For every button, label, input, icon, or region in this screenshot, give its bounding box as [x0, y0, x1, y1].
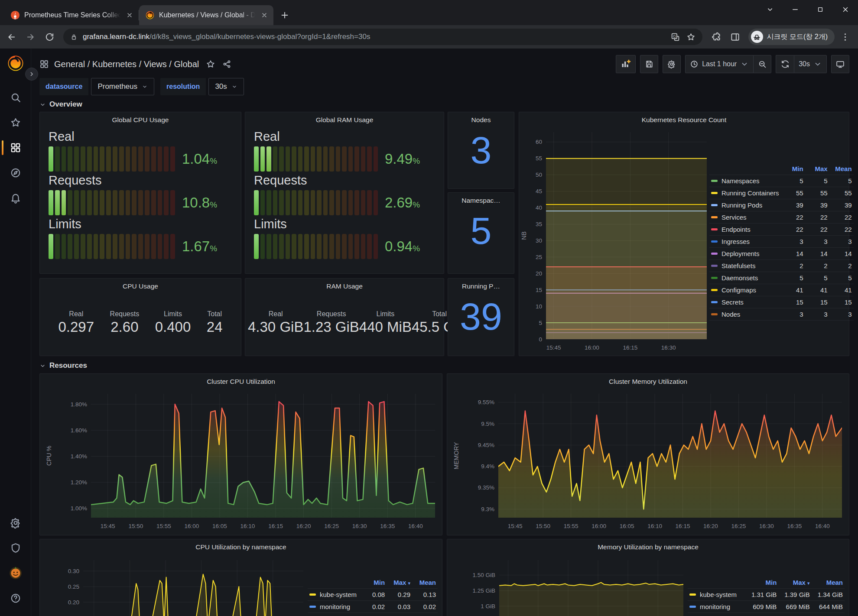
new-tab-button[interactable] [277, 7, 292, 23]
breadcrumb[interactable]: General / Kubernetes / Views / Global [39, 59, 232, 69]
save-dashboard-button[interactable] [640, 55, 658, 73]
refresh-button[interactable] [776, 55, 794, 73]
panel-title[interactable]: Global RAM Usage [245, 112, 444, 128]
kiosk-mode-button[interactable] [831, 55, 849, 73]
reload-button[interactable] [41, 28, 58, 45]
sidebar-item-dashboards[interactable] [0, 135, 31, 160]
legend-series[interactable]: Secrets [711, 298, 779, 306]
forward-button[interactable] [22, 28, 39, 45]
legend-series[interactable]: Running Pods [711, 201, 779, 209]
panel-title[interactable]: Nodes [448, 112, 514, 128]
tab-grafana[interactable]: Kubernetes / Views / Global - D [139, 5, 273, 25]
legend-series[interactable]: Deployments [711, 250, 779, 257]
sidebar-item-profile[interactable] [0, 561, 31, 586]
panel-title[interactable]: Running P… [448, 279, 514, 294]
cpu-namespace-chart[interactable]: 0.200.250.3015:4515:5516:0516:1516:2516:… [40, 555, 308, 616]
zoom-out-time-button[interactable] [753, 55, 771, 73]
memory-namespace-chart[interactable]: 1 GiB1.25 GiB1.50 GiB15:4515:5516:0516:1… [447, 555, 688, 616]
tab-close-icon[interactable] [260, 10, 269, 20]
close-window-button[interactable] [833, 0, 858, 19]
incognito-badge[interactable]: 시크릿 모드(창 2개) [748, 29, 835, 45]
sidebar-item-starred[interactable] [0, 110, 31, 135]
gauge-segment [348, 234, 353, 259]
gauge-segment [113, 146, 117, 172]
breadcrumb-text[interactable]: General / Kubernetes / Views / Global [54, 59, 199, 69]
refresh-interval-picker[interactable]: 30s [794, 55, 827, 73]
legend-series[interactable]: Configmaps [711, 286, 779, 294]
tab-close-icon[interactable] [125, 10, 134, 20]
translate-icon[interactable]: G [668, 29, 683, 45]
dashboard-settings-button[interactable] [663, 55, 681, 73]
panel-title[interactable]: RAM Usage [245, 279, 444, 294]
legend-column-header[interactable]: Min [781, 163, 805, 175]
cluster-cpu-chart[interactable]: 1.00%1.20%1.40%1.60%1.80%15:4515:5015:55… [40, 389, 442, 535]
legend-series[interactable]: kube-system [689, 591, 744, 598]
legend-series[interactable]: Statefulsets [711, 262, 779, 269]
gauge-segment [367, 234, 372, 259]
sidebar-item-alerting[interactable] [0, 185, 31, 211]
sidebar-item-server-admin[interactable] [0, 535, 31, 561]
time-range-picker[interactable]: Last 1 hour [685, 55, 753, 73]
legend-series[interactable]: Namespaces [711, 177, 779, 185]
panel-title[interactable]: Memory Utilization by namespace [447, 539, 849, 555]
legend-row: Endpoints222222 [709, 224, 854, 236]
sidebar-item-configuration[interactable] [0, 510, 31, 535]
tab-prometheus[interactable]: Prometheus Time Series Collecti [4, 5, 139, 25]
sidebar-item-help[interactable] [0, 586, 31, 611]
add-panel-button[interactable] [616, 55, 636, 73]
gauge-list: Real9.49%Requests2.69%Limits0.94% [245, 128, 444, 259]
series-color-swatch [711, 289, 718, 291]
extensions-button[interactable] [708, 28, 725, 45]
legend-column-header[interactable]: Mean [412, 577, 438, 589]
panel-title[interactable]: Kubernetes Resource Count [519, 112, 849, 128]
url-bar[interactable]: grafana.learn-dc.link/d/k8s_views_global… [63, 29, 702, 45]
panel-title[interactable]: Global CPU Usage [40, 112, 241, 128]
legend-row: Nodes333 [709, 308, 854, 321]
legend-series[interactable]: Ingresses [711, 238, 779, 245]
bookmark-star-icon[interactable] [683, 29, 699, 45]
gauge-segment [286, 146, 290, 172]
legend-series[interactable]: Services [711, 214, 779, 221]
legend-column-header[interactable]: Min [361, 577, 387, 589]
maximize-button[interactable] [808, 0, 833, 19]
tab-search-button[interactable] [757, 0, 783, 19]
panel-title[interactable]: Cluster Memory Utilization [447, 374, 849, 389]
grafana-logo[interactable] [7, 55, 24, 72]
browser-menu-button[interactable] [836, 28, 854, 45]
legend-column-header[interactable]: Max ▾ [387, 577, 412, 589]
lock-icon[interactable] [70, 33, 78, 41]
sidebar-expand-button[interactable] [25, 68, 38, 81]
legend-value: 16.6 MiB [812, 613, 845, 616]
panel-title[interactable]: CPU Usage [40, 279, 241, 294]
section-overview[interactable]: Overview [39, 97, 849, 112]
legend-column-header[interactable]: Mean [829, 163, 854, 175]
legend-series[interactable]: Daemonsets [711, 274, 779, 282]
section-resources[interactable]: Resources [39, 359, 849, 373]
sidebar-item-explore[interactable] [0, 160, 31, 185]
resolution-select[interactable]: 30s [208, 78, 244, 95]
legend-series[interactable]: Endpoints [711, 226, 779, 233]
sidebar-item-search[interactable] [0, 85, 31, 110]
cluster-memory-chart[interactable]: 9.3%9.35%9.4%9.45%9.5%9.55%15:4515:5015:… [447, 389, 849, 535]
panel-title[interactable]: Namespac… [448, 193, 514, 208]
stat: Limits440 MiB [359, 310, 412, 335]
panel-title[interactable]: CPU Utilization by namespace [40, 539, 442, 555]
star-dashboard-icon[interactable] [206, 59, 215, 69]
legend-column-header[interactable]: Max ▾ [778, 577, 811, 589]
legend-column-header[interactable]: Mean [812, 577, 845, 589]
legend-column-header[interactable]: Max [805, 163, 829, 175]
legend-series[interactable]: Nodes [711, 311, 779, 318]
resource-count-chart[interactable]: 05101520253035404550556015:4516:0016:151… [519, 128, 709, 356]
legend-series[interactable]: monitoring [689, 603, 744, 610]
legend-series[interactable]: monitoring [309, 603, 359, 610]
side-panel-button[interactable] [727, 28, 744, 45]
url-text[interactable]: grafana.learn-dc.link/d/k8s_views_global… [83, 32, 668, 41]
legend-series[interactable]: kube-system [309, 591, 359, 598]
panel-title[interactable]: Cluster CPU Utilization [40, 374, 442, 389]
datasource-select[interactable]: Prometheus [91, 78, 154, 95]
minimize-button[interactable] [783, 0, 808, 19]
legend-series[interactable]: Running Containers [711, 189, 779, 197]
back-button[interactable] [3, 28, 20, 45]
legend-column-header[interactable]: Min [745, 577, 778, 589]
share-dashboard-icon[interactable] [222, 59, 232, 69]
